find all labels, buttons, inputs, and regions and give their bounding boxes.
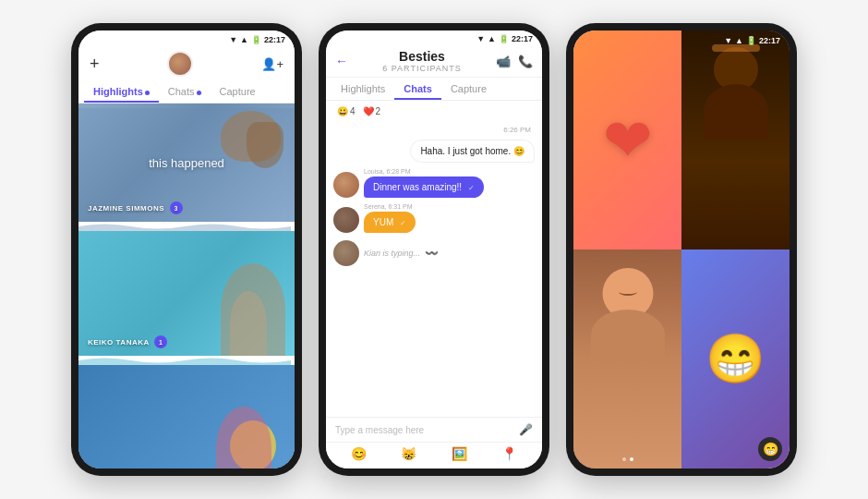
battery-icon-2: 🔋 (499, 34, 509, 43)
time-label: 6:26 PM (333, 126, 535, 134)
signal-icon: ▼ (229, 35, 237, 44)
chat-toolbar: 😊 😸 🖼️ 📍 (326, 442, 542, 469)
bubble-louisa: Dinner was amazing!! ✓ (364, 176, 484, 198)
status-bar-3: ▼ ▲ 🔋 22:17 (724, 36, 780, 45)
video-cell-smiley[interactable]: 😁 😁 (681, 250, 790, 469)
avatar-serena (333, 207, 359, 233)
reaction-bar: 😀 4 ❤️ 2 (326, 101, 542, 122)
video-cell-heart[interactable]: ❤ (573, 30, 681, 250)
message-right-1: Haha. I just got home. 😊 (333, 140, 535, 163)
story-text: this happened (149, 156, 224, 170)
phone-3: ▼ ▲ 🔋 22:17 ❤ (566, 23, 797, 476)
tab2-capture[interactable]: Capture (441, 78, 496, 100)
sender-louisa: Louisa, 6:28 PM (364, 168, 484, 175)
tabs-phone2: Highlights Chats Capture (326, 78, 542, 101)
wifi-icon-3: ▲ (735, 36, 743, 45)
video-grid: ❤ (573, 30, 790, 469)
status-time-2: 22:17 (512, 34, 533, 43)
reaction-emoji-icon: 😁 (763, 442, 778, 456)
phone-1: ▼ ▲ 🔋 22:17 + 👤+ Highlights Chats Captur… (71, 23, 302, 476)
tab-chats[interactable]: Chats (159, 80, 211, 103)
add-icon[interactable]: + (90, 55, 100, 74)
tab2-highlights[interactable]: Highlights (332, 78, 394, 100)
message-left-1: Louisa, 6:28 PM Dinner was amazing!! ✓ (333, 168, 535, 198)
battery-icon: 🔋 (251, 35, 261, 44)
dot-2 (630, 457, 633, 461)
tab-highlights[interactable]: Highlights (84, 80, 159, 103)
video-cell-person2[interactable] (573, 250, 681, 469)
avatar-louisa (333, 172, 359, 198)
signal-icon-2: ▼ (476, 34, 485, 43)
phone-2: ▼ ▲ 🔋 22:17 ← Besties 6 PARTICIPANTS 📹 📞… (319, 23, 549, 476)
tab-capture[interactable]: Capture (211, 80, 265, 103)
signal-icon-3: ▼ (724, 36, 732, 45)
message-bubble-right: Haha. I just got home. 😊 (410, 140, 535, 163)
sender-serena: Serena, 6:31 PM (364, 203, 416, 210)
message-left-2: Serena, 6:31 PM YUM ✓ (333, 203, 535, 233)
heart-emoji: ❤ (603, 106, 653, 175)
story-card-2[interactable]: KEIKO TANAKA 1 (78, 231, 295, 356)
participant-count: 6 PARTICIPANTS (348, 64, 496, 73)
chat-title-block: Besties 6 PARTICIPANTS (348, 49, 496, 73)
status-bar-2: ▼ ▲ 🔋 22:17 (326, 30, 542, 45)
voice-call-icon[interactable]: 📞 (518, 55, 533, 68)
story-card-3[interactable]: CERISSE KRAMER (78, 365, 295, 469)
header-actions: 📹 📞 (496, 55, 533, 68)
emoji-toolbar-icon[interactable]: 😊 (351, 446, 367, 461)
typing-text: Kian is typing... (364, 249, 420, 258)
video-call-icon[interactable]: 📹 (496, 55, 511, 68)
tab2-chats[interactable]: Chats (394, 78, 441, 100)
reaction-laugh: 😀 4 (337, 106, 356, 116)
status-bar-1: ▼ ▲ 🔋 22:17 (78, 30, 295, 47)
chat-header: ← Besties 6 PARTICIPANTS 📹 📞 (326, 45, 542, 78)
wifi-icon-2: ▲ (488, 34, 496, 43)
chat-name: Besties (348, 49, 496, 64)
typing-indicator: Kian is typing... 〰️ (333, 238, 535, 268)
smiley-emoji: 😁 (705, 331, 766, 387)
avatar-kian (333, 240, 359, 266)
story-person-2: KEIKO TANAKA 1 (88, 335, 167, 348)
typing-wave-icon: 〰️ (425, 247, 439, 260)
location-toolbar-icon[interactable]: 📍 (501, 446, 517, 461)
add-person-icon[interactable]: 👤+ (261, 57, 283, 71)
photo-toolbar-icon[interactable]: 🖼️ (452, 446, 467, 461)
chat-area: 😀 4 ❤️ 2 6:26 PM Haha. I just got home. … (326, 101, 542, 469)
chat-messages: 6:26 PM Haha. I just got home. 😊 Louisa,… (326, 122, 542, 417)
reaction-heart: ❤️ 2 (363, 106, 381, 116)
mic-icon[interactable]: 🎤 (519, 423, 533, 436)
status-time-3: 22:17 (759, 36, 780, 45)
message-input[interactable]: Type a message here (335, 425, 513, 435)
dot-1 (622, 457, 626, 461)
video-dots (622, 457, 633, 461)
back-button[interactable]: ← (335, 54, 348, 68)
message-input-area: Type a message here 🎤 (326, 417, 542, 442)
wifi-icon: ▲ (240, 35, 248, 44)
avatar[interactable] (167, 51, 193, 77)
tabs-phone1: Highlights Chats Capture (78, 80, 295, 103)
sticker-toolbar-icon[interactable]: 😸 (401, 446, 416, 461)
bubble-serena: YUM ✓ (364, 212, 416, 233)
story-feed: this happened JAZMINE SIMMONS 3 KEIKO TA… (78, 103, 295, 469)
story-person-1: JAZMINE SIMMONS 3 (88, 201, 183, 214)
battery-icon-3: 🔋 (746, 36, 756, 45)
story-card-1[interactable]: this happened JAZMINE SIMMONS 3 (78, 103, 295, 222)
video-cell-person1[interactable] (681, 30, 790, 250)
reaction-emoji-button[interactable]: 😁 (758, 437, 782, 461)
status-time: 22:17 (264, 35, 285, 44)
